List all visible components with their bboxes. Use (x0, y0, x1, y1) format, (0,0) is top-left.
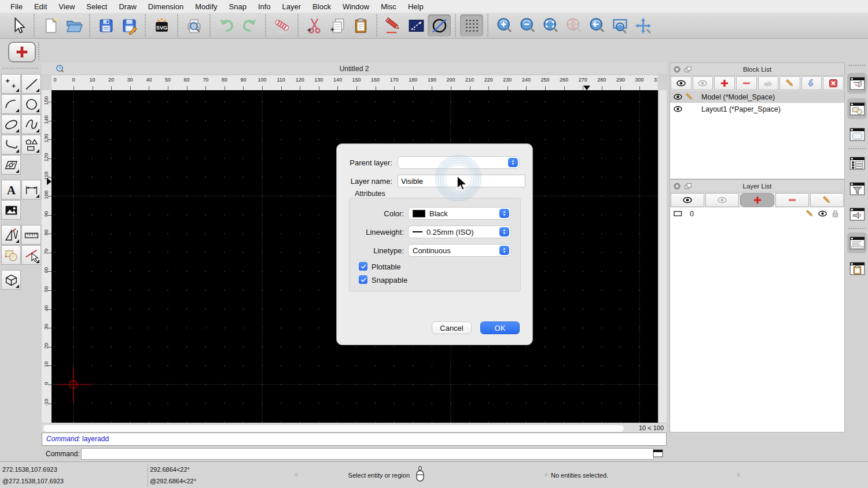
menu-snap[interactable]: Snap (223, 1, 252, 12)
menu-modify[interactable]: Modify (189, 1, 223, 12)
select-tool[interactable] (21, 245, 41, 265)
close-icon[interactable] (673, 182, 681, 190)
horizontal-scrollbar[interactable]: 10 < 100 (42, 423, 667, 432)
command-panel-toggle-icon[interactable] (653, 449, 663, 457)
menu-file[interactable]: File (5, 1, 28, 12)
grid-toggle-icon[interactable] (460, 14, 483, 36)
menu-select[interactable]: Select (80, 1, 113, 12)
redo-icon[interactable] (238, 14, 261, 36)
menu-help[interactable]: Help (402, 1, 429, 12)
pencil-icon[interactable] (685, 93, 697, 101)
layer-row[interactable]: 0 (670, 208, 844, 220)
polyline-tool[interactable] (1, 135, 21, 154)
dock-clipboard-toggle[interactable] (847, 258, 867, 279)
close-icon[interactable] (673, 65, 681, 73)
text-tool[interactable]: A (1, 180, 21, 199)
stepper-icon[interactable] (508, 158, 518, 167)
line-tool[interactable] (21, 74, 41, 94)
dock-handle[interactable] (849, 65, 865, 66)
pointer-icon[interactable] (6, 14, 30, 36)
measure-tool[interactable] (21, 225, 41, 245)
ok-button[interactable]: OK (480, 321, 520, 334)
purge-block-icon[interactable] (823, 76, 844, 90)
lineweight-combo[interactable]: 0.25mm (ISO) (408, 225, 511, 238)
palette-handle[interactable] (2, 68, 38, 69)
float-icon[interactable] (684, 65, 692, 73)
remove-block-icon[interactable] (736, 76, 757, 90)
shape-tool[interactable] (21, 135, 41, 154)
cad-menu-button[interactable] (8, 42, 36, 62)
svg-export-icon[interactable]: SVG (150, 14, 173, 36)
plottable-checkbox[interactable] (359, 262, 367, 271)
linetype-combo[interactable]: Continuous (408, 244, 511, 257)
parent-layer-combo[interactable] (398, 156, 520, 169)
dock-view-toggle[interactable] (847, 204, 867, 224)
add-layer-icon[interactable] (740, 193, 774, 207)
zoom-in-icon[interactable] (492, 14, 516, 36)
dock-command-line-toggle[interactable] (847, 232, 867, 253)
dock-block-list-toggle[interactable] (847, 73, 867, 94)
menu-block[interactable]: Block (307, 1, 337, 12)
snappable-checkbox[interactable] (359, 275, 367, 284)
dock-properties-toggle[interactable] (847, 153, 867, 173)
open-file-icon[interactable] (62, 14, 85, 36)
dock-layer-list-toggle[interactable] (847, 98, 867, 119)
zoom-auto-icon[interactable] (539, 14, 562, 36)
show-all-layers-icon[interactable] (671, 193, 704, 207)
ellipse-tool[interactable] (1, 114, 21, 134)
eye-icon[interactable] (818, 209, 827, 218)
dock-selection-filter-toggle[interactable] (847, 178, 867, 199)
block-row[interactable]: Model (*Model_Space) (670, 91, 844, 103)
cut-icon[interactable] (303, 14, 326, 36)
pencil-icon[interactable] (806, 209, 814, 218)
remove-layer-icon[interactable] (775, 193, 809, 207)
paste-icon[interactable] (349, 14, 372, 36)
hatch-tool[interactable] (1, 155, 21, 175)
draw-pencil-icon[interactable] (381, 14, 404, 36)
image-tool[interactable] (1, 200, 21, 220)
solid-tool[interactable] (1, 270, 21, 290)
new-file-icon[interactable] (39, 14, 62, 36)
arc-tool[interactable] (1, 94, 21, 114)
cancel-button[interactable]: Cancel (432, 321, 472, 334)
points-tool[interactable] (1, 74, 21, 94)
drafting-tool[interactable] (1, 225, 21, 245)
color-combo[interactable]: Black (408, 207, 511, 220)
modify-tool[interactable] (1, 245, 21, 265)
show-all-blocks-icon[interactable] (671, 76, 692, 90)
zoom-out-icon[interactable] (516, 14, 539, 36)
dock-library-toggle[interactable] (847, 124, 867, 145)
dimension-tool[interactable] (21, 180, 41, 199)
save-as-icon[interactable] (117, 14, 141, 36)
insert-block-icon[interactable] (801, 76, 822, 90)
pan-icon[interactable] (631, 14, 654, 36)
zoom-previous-icon[interactable] (585, 14, 608, 36)
vertical-scrollbar[interactable] (658, 90, 667, 423)
zoom-window-icon[interactable] (608, 14, 631, 36)
horizontal-scrollbar-thumb[interactable] (43, 424, 624, 432)
print-preview-icon[interactable] (182, 14, 205, 36)
edit-block-icon[interactable] (779, 76, 800, 90)
hide-all-layers-icon[interactable] (705, 193, 739, 207)
layer-name-input[interactable] (398, 175, 525, 187)
edit-layer-icon[interactable] (810, 193, 844, 207)
float-icon[interactable] (684, 182, 692, 190)
stepper-icon[interactable] (499, 209, 509, 218)
menu-draw[interactable]: Draw (113, 1, 142, 12)
rename-block-icon[interactable]: a|b (758, 76, 779, 90)
block-row[interactable]: Layout1 (*Paper_Space) (670, 103, 844, 115)
circle-line-icon[interactable] (428, 14, 451, 36)
line-angle-icon[interactable] (404, 14, 428, 36)
menu-view[interactable]: View (53, 1, 80, 12)
save-icon[interactable] (94, 14, 117, 36)
spline-tool[interactable] (21, 114, 41, 134)
hide-all-blocks-icon[interactable] (693, 76, 713, 90)
menu-info[interactable]: Info (252, 1, 277, 12)
menu-layer[interactable]: Layer (277, 1, 307, 12)
command-input[interactable] (81, 448, 654, 460)
delete-icon[interactable] (270, 14, 293, 36)
menu-edit[interactable]: Edit (28, 1, 53, 12)
lock-icon[interactable] (831, 209, 840, 218)
menu-dimension[interactable]: Dimension (142, 1, 189, 12)
stepper-icon[interactable] (499, 246, 509, 255)
